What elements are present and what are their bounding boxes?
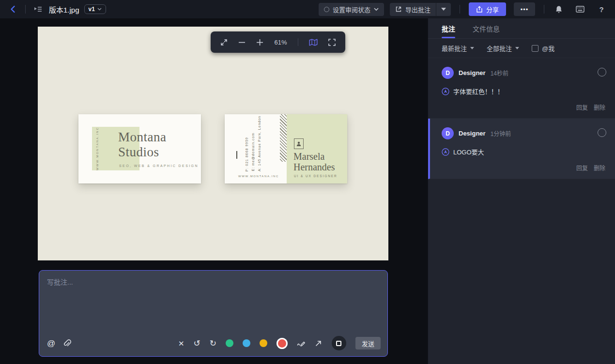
card-contact-block: A: 145 Avenue Park, London E: me@domain.… xyxy=(245,125,261,171)
share-icon xyxy=(476,6,483,13)
sort-filter-dropdown[interactable]: 最新批注 xyxy=(442,44,474,53)
export-label: 导出批注 xyxy=(405,5,430,14)
chevron-down-icon xyxy=(97,8,102,11)
share-button[interactable]: 分享 xyxy=(469,2,506,16)
design-preview-image[interactable]: WWW.MONTANA.INC Montana Studios SEO, WEB… xyxy=(38,27,388,260)
bell-icon xyxy=(555,5,563,14)
triangle-down-icon xyxy=(441,8,446,11)
comment-timestamp: 1分钟前 xyxy=(491,129,511,137)
resolve-comment-button[interactable] xyxy=(598,128,606,137)
delete-link[interactable]: 删除 xyxy=(594,103,605,111)
card-phone: P: 021 8668 9959 xyxy=(245,137,248,171)
topbar-divider xyxy=(460,5,460,14)
composer-placeholder[interactable]: 写批注... xyxy=(47,277,73,287)
rectangle-icon xyxy=(336,341,341,346)
shortcuts-button[interactable] xyxy=(574,3,586,15)
main-canvas-area[interactable]: WWW.MONTANA.INC Montana Studios SEO, WEB… xyxy=(0,18,428,364)
card-tagline: SEO, WEB & GRAPHIC DESIGN xyxy=(119,164,199,167)
version-selector[interactable]: v1 xyxy=(84,4,106,14)
mention-button[interactable]: @ xyxy=(47,339,55,348)
document-title: 版本1.jpg xyxy=(49,4,79,15)
composer-left-tools: @ xyxy=(47,339,71,348)
topbar-divider xyxy=(25,5,26,14)
tab-file-info[interactable]: 文件信息 xyxy=(473,24,500,38)
card-text-cursor xyxy=(236,151,237,159)
outline-toggle-button[interactable] xyxy=(32,4,43,15)
send-comment-button[interactable]: 发送 xyxy=(355,337,381,349)
comment-filters: 最新批注 全部批注 @我 xyxy=(428,39,615,58)
chevron-left-icon xyxy=(9,5,17,13)
mention-me-checkbox[interactable] xyxy=(532,45,538,52)
comment-body: 字体要红色！！！ xyxy=(442,87,605,96)
card-site: WWW.MONTANA.INC xyxy=(238,175,279,178)
export-comments-split-button: 导出批注 xyxy=(390,3,451,16)
more-button[interactable]: ••• xyxy=(514,2,535,16)
pen-tool-button[interactable] xyxy=(297,339,306,347)
comment-item[interactable]: D Designer 14秒前 字体要红色！！！ 回复 删除 xyxy=(428,58,615,119)
fullscreen-icon xyxy=(328,39,336,46)
undo-button[interactable]: ↺ xyxy=(193,339,200,348)
arrow-tool-button[interactable] xyxy=(315,339,323,347)
marker-pin-icon xyxy=(442,148,449,156)
comment-header: D Designer 1分钟前 xyxy=(442,127,605,139)
composer-right-tools: ✕ ↺ ↻ 发送 xyxy=(178,336,381,350)
zoom-in-button[interactable] xyxy=(256,39,263,46)
expand-diagonal-icon xyxy=(220,39,228,46)
zoom-level: 61% xyxy=(274,39,287,46)
sort-filter-label: 最新批注 xyxy=(442,44,467,53)
back-button[interactable] xyxy=(8,4,18,15)
composer-toolbar: @ ✕ ↺ ↻ xyxy=(47,336,381,350)
minimap-button[interactable] xyxy=(309,39,318,46)
marker-color-green[interactable] xyxy=(226,339,233,347)
sidebar-tabs: 批注 文件信息 xyxy=(428,18,615,39)
card-site-vertical: WWW.MONTANA.INC xyxy=(96,127,99,170)
marker-color-yellow[interactable] xyxy=(260,339,267,347)
delete-link[interactable]: 删除 xyxy=(594,164,605,172)
export-icon xyxy=(395,6,402,13)
rectangle-tool-button[interactable] xyxy=(332,336,346,350)
zoom-out-button[interactable] xyxy=(238,39,246,46)
card-hatch-divider xyxy=(280,114,287,162)
comments-sidebar: 批注 文件信息 最新批注 全部批注 @我 D Designer 14秒前 xyxy=(428,18,615,364)
resolve-comment-button[interactable] xyxy=(598,68,606,76)
toolbar-divider xyxy=(298,38,298,46)
reply-link[interactable]: 回复 xyxy=(576,164,588,172)
notifications-button[interactable] xyxy=(553,3,565,15)
comment-timestamp: 14秒前 xyxy=(491,69,508,77)
card-email: E: me@domain.com xyxy=(251,133,255,171)
chevron-down-icon xyxy=(374,8,379,11)
triangle-down-icon xyxy=(515,47,519,49)
comment-body: LOGO要大 xyxy=(442,147,605,156)
reply-link[interactable]: 回复 xyxy=(576,103,588,111)
marker-pin-icon xyxy=(442,88,449,95)
tab-comments[interactable]: 批注 xyxy=(442,24,455,38)
map-icon xyxy=(309,39,318,46)
card-brand-name: Montana Studios xyxy=(118,130,166,160)
canvas-zoom-toolbar: 61% xyxy=(211,31,345,53)
marker-color-blue[interactable] xyxy=(243,339,250,347)
export-comments-button[interactable]: 导出批注 xyxy=(390,3,436,16)
status-circle-icon xyxy=(324,7,329,12)
comment-composer[interactable]: 写批注... @ ✕ ↺ ↻ xyxy=(39,270,388,357)
business-card-back: A: 145 Avenue Park, London E: me@domain.… xyxy=(225,114,347,183)
comment-text: 字体要红色！！！ xyxy=(453,87,504,96)
clear-annotation-button[interactable]: ✕ xyxy=(178,340,184,347)
attachment-button[interactable] xyxy=(63,339,71,348)
export-dropdown-button[interactable] xyxy=(436,3,451,16)
mention-me-label: @我 xyxy=(542,44,554,53)
set-review-status-button[interactable]: 设置审阅状态 xyxy=(319,3,384,16)
scope-filter-label: 全部批注 xyxy=(487,44,512,53)
fit-to-screen-button[interactable] xyxy=(220,39,228,46)
scope-filter-dropdown[interactable]: 全部批注 xyxy=(487,44,519,53)
avatar: D xyxy=(442,127,454,139)
redo-button[interactable]: ↻ xyxy=(210,339,216,348)
comment-item-selected[interactable]: D Designer 1分钟前 LOGO要大 回复 删除 xyxy=(428,119,615,179)
mention-me-filter[interactable]: @我 xyxy=(532,44,554,53)
card-person-name: Marsela Hernandes xyxy=(293,151,335,172)
marker-color-red-selected[interactable] xyxy=(277,338,288,349)
fullscreen-button[interactable] xyxy=(328,39,336,46)
plus-icon xyxy=(256,39,263,46)
person-avatar-frame xyxy=(294,138,304,149)
help-button[interactable]: ? xyxy=(596,3,607,15)
minus-icon xyxy=(238,39,246,46)
